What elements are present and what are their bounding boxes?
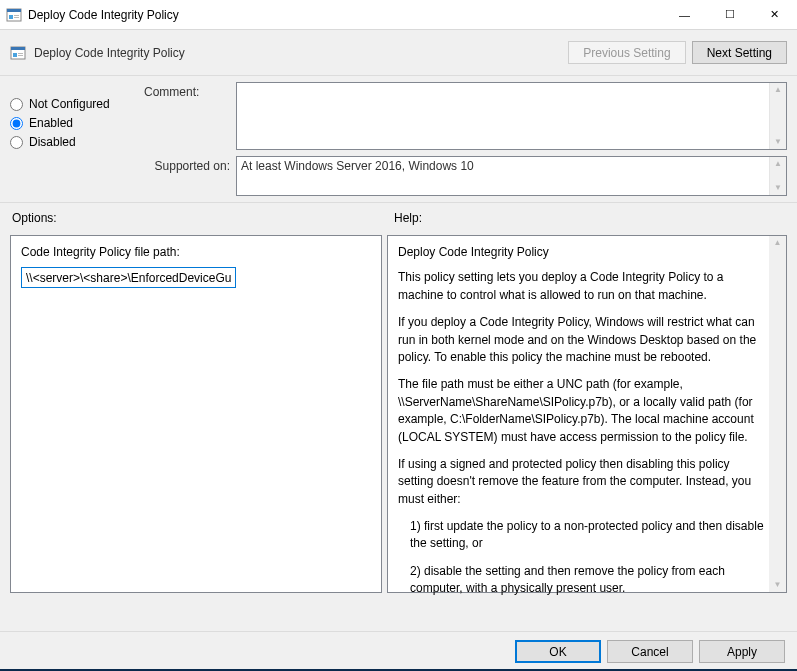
comment-scrollbar[interactable]: ▲ ▼ <box>769 83 786 149</box>
apply-button[interactable]: Apply <box>699 640 785 663</box>
scroll-up-icon: ▲ <box>769 236 786 250</box>
svg-rect-1 <box>7 9 21 12</box>
scroll-up-icon: ▲ <box>770 157 786 171</box>
gpedit-icon <box>10 45 26 61</box>
window-title: Deploy Code Integrity Policy <box>28 8 179 22</box>
dialog-footer: OK Cancel Apply <box>0 631 797 671</box>
scroll-up-icon: ▲ <box>770 83 786 97</box>
supported-scrollbar: ▲ ▼ <box>769 157 786 195</box>
main-panes: Code Integrity Policy file path: Deploy … <box>0 231 797 599</box>
help-pane: Deploy Code Integrity Policy This policy… <box>387 235 787 593</box>
radio-enabled-input[interactable] <box>10 117 23 130</box>
help-label: Help: <box>384 211 785 225</box>
radio-not-configured-input[interactable] <box>10 98 23 111</box>
dialog-title: Deploy Code Integrity Policy <box>34 46 185 60</box>
supported-on-label: Supported on: <box>144 156 236 196</box>
help-p2: If you deploy a Code Integrity Policy, W… <box>398 314 766 366</box>
help-p3: The file path must be either a UNC path … <box>398 376 766 446</box>
previous-setting-button: Previous Setting <box>568 41 685 64</box>
window-titlebar: Deploy Code Integrity Policy — ☐ ✕ <box>0 0 797 30</box>
help-p6: 2) disable the setting and then remove t… <box>398 563 766 598</box>
panes-labels: Options: Help: <box>0 203 797 231</box>
ok-button[interactable]: OK <box>515 640 601 663</box>
dialog-header: Deploy Code Integrity Policy Previous Se… <box>0 30 797 76</box>
svg-rect-6 <box>11 47 25 50</box>
help-title: Deploy Code Integrity Policy <box>398 244 766 261</box>
scroll-down-icon: ▼ <box>770 181 786 195</box>
radio-enabled[interactable]: Enabled <box>10 116 140 130</box>
next-setting-button[interactable]: Next Setting <box>692 41 787 64</box>
svg-rect-9 <box>18 55 23 56</box>
policy-path-input[interactable] <box>21 267 236 288</box>
radio-not-configured-label: Not Configured <box>29 97 110 111</box>
scroll-down-icon: ▼ <box>770 135 786 149</box>
policy-path-label: Code Integrity Policy file path: <box>21 244 371 261</box>
radio-enabled-label: Enabled <box>29 116 73 130</box>
comment-label: Comment: <box>144 82 236 150</box>
svg-rect-3 <box>14 15 19 16</box>
window-maximize-button[interactable]: ☐ <box>707 0 752 29</box>
radio-not-configured[interactable]: Not Configured <box>10 97 140 111</box>
scroll-down-icon: ▼ <box>769 578 786 592</box>
window-minimize-button[interactable]: — <box>662 0 707 29</box>
radio-disabled-label: Disabled <box>29 135 76 149</box>
comment-textarea[interactable]: ▲ ▼ <box>236 82 787 150</box>
options-label: Options: <box>12 211 384 225</box>
svg-rect-7 <box>13 53 17 57</box>
cancel-button[interactable]: Cancel <box>607 640 693 663</box>
svg-rect-4 <box>14 17 19 18</box>
gpedit-icon <box>6 7 22 23</box>
help-p5: 1) first update the policy to a non-prot… <box>398 518 766 553</box>
svg-rect-8 <box>18 53 23 54</box>
top-panel: Not Configured Enabled Disabled Comment:… <box>0 76 797 203</box>
options-pane: Code Integrity Policy file path: <box>10 235 382 593</box>
state-radio-group: Not Configured Enabled Disabled <box>10 82 140 196</box>
radio-disabled[interactable]: Disabled <box>10 135 140 149</box>
radio-disabled-input[interactable] <box>10 136 23 149</box>
supported-on-box: At least Windows Server 2016, Windows 10… <box>236 156 787 196</box>
supported-on-value: At least Windows Server 2016, Windows 10 <box>241 159 474 173</box>
svg-rect-2 <box>9 15 13 19</box>
help-scrollbar[interactable]: ▲ ▼ <box>769 236 786 592</box>
help-p4: If using a signed and protected policy t… <box>398 456 766 508</box>
help-p1: This policy setting lets you deploy a Co… <box>398 269 766 304</box>
window-close-button[interactable]: ✕ <box>752 0 797 29</box>
